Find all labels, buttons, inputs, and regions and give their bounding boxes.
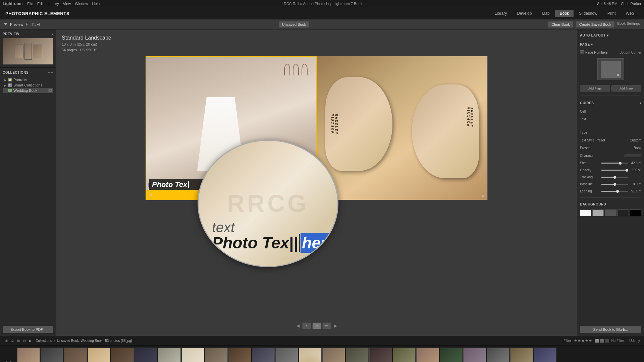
star-filter[interactable]: ★ ★ ★ ★ ★ [574, 339, 592, 343]
menu-help[interactable]: Help [92, 2, 100, 6]
tab-slideshow[interactable]: Slideshow [574, 10, 602, 17]
module-bar: PHOTOGRAPHIC ELEMENTS Library Develop Ma… [0, 7, 644, 19]
filmstrip-thumb-13[interactable] [299, 348, 322, 362]
filmstrip-thumb-9[interactable] [205, 348, 228, 362]
filmstrip-thumb-15[interactable] [346, 348, 369, 362]
menu-file[interactable]: File [27, 2, 33, 6]
tab-library[interactable]: Library [490, 10, 512, 17]
collection-item-portraits[interactable]: ▶ 📁 Portraits [3, 77, 53, 82]
filmstrip-thumb-3[interactable] [64, 348, 87, 362]
auto-layout-title[interactable]: Auto Layout ▾ [580, 34, 608, 37]
character-swatch[interactable] [625, 155, 641, 157]
status-icon-1[interactable]: ① [4, 339, 9, 343]
filmstrip-thumb-10[interactable] [228, 348, 251, 362]
leading-thumb[interactable] [616, 190, 619, 193]
menu-edit[interactable]: Edit [37, 2, 44, 6]
star-4[interactable]: ★ [585, 339, 588, 343]
filmstrip-thumb-18[interactable] [416, 348, 439, 362]
view-single[interactable]: ▪ [302, 322, 311, 329]
filmstrip-thumb-4[interactable] [88, 348, 110, 362]
collections-minus[interactable]: − [48, 70, 50, 74]
filmstrip-thumb-21[interactable] [487, 348, 509, 362]
cell-row: Cell [580, 109, 641, 114]
filmstrip-ctrl-1[interactable]: ◀ [3, 360, 8, 362]
clear-book-btn[interactable]: Clear Book [548, 21, 573, 27]
bg-btn-4[interactable] [618, 209, 629, 216]
filmstrip-thumb-1[interactable] [17, 348, 40, 362]
bg-btn-2[interactable] [592, 209, 604, 216]
status-icon-3[interactable]: ⊞ [16, 339, 21, 343]
filmstrip-thumb-22[interactable] [510, 348, 533, 362]
tab-web[interactable]: Web [621, 10, 639, 17]
menu-library[interactable]: Library [48, 2, 59, 6]
collections-plus[interactable]: + [51, 70, 53, 74]
mag-text-row: Photo Tex || here [212, 233, 337, 253]
send-btn[interactable]: Send Book to Blurb... [580, 326, 641, 333]
tracking-slider[interactable] [601, 177, 628, 178]
tab-book[interactable]: Book [555, 10, 574, 17]
menu-view[interactable]: View [63, 2, 71, 6]
status-icon-5[interactable]: ▶ [28, 339, 33, 343]
size-slider[interactable] [601, 163, 628, 164]
book-dimensions: 10 x 8 in (25 x 20 cm) [62, 42, 572, 47]
baseline-thumb[interactable] [613, 183, 616, 186]
toolbar-right: Clear Book Create Saved Book Book Settin… [548, 21, 640, 27]
filmstrip-thumb-11[interactable] [252, 348, 275, 362]
collections-section: Collections − + ▶ 📁 Portraits ▶ 🔍 Smart … [0, 68, 56, 323]
filmstrip-thumb-8[interactable] [181, 348, 204, 362]
tracking-thumb[interactable] [613, 176, 616, 179]
tab-map[interactable]: Map [537, 10, 554, 17]
filmstrip-thumb-7[interactable] [158, 348, 181, 362]
view-spread[interactable]: ▪▪ [312, 322, 321, 329]
right-page[interactable]: BADGLEYMISCHKA BADGLEYMISCHKA 5 [317, 56, 488, 200]
page-number-right: 5 [482, 193, 484, 198]
filmstrip-thumb-23[interactable] [534, 348, 556, 362]
filmstrip-thumb-2[interactable] [41, 348, 63, 362]
panel-toggle-icon[interactable] [4, 23, 7, 25]
add-page-btn[interactable]: Add Page [580, 85, 610, 92]
flag-reject[interactable] [605, 339, 609, 343]
bg-btn-1[interactable] [580, 209, 591, 216]
leading-slider[interactable] [601, 191, 628, 192]
filmstrip-thumb-12[interactable] [275, 348, 298, 362]
filmstrip-thumb-17[interactable] [393, 348, 416, 362]
page-title-r[interactable]: Page ▾ [580, 43, 593, 46]
collection-item-wedding[interactable]: ▪ Wedding Book 53 [3, 88, 53, 93]
tab-print[interactable]: Print [603, 10, 621, 17]
filmstrip-thumb-14[interactable] [322, 348, 345, 362]
filmstrip-thumb-5[interactable] [111, 348, 134, 362]
opacity-thumb[interactable] [626, 169, 628, 172]
mag-cursor [299, 234, 300, 252]
star-2[interactable]: ★ [578, 339, 581, 343]
export-btn[interactable]: Export Book to PDF... [3, 326, 53, 333]
star-3[interactable]: ★ [581, 339, 585, 343]
flag-neutral[interactable] [600, 339, 604, 343]
filmstrip-thumb-6[interactable] [135, 348, 157, 362]
size-thumb[interactable] [619, 162, 622, 165]
star-5[interactable]: ★ [589, 339, 592, 343]
canvas-next[interactable]: ▶ [332, 323, 338, 329]
bg-btn-3[interactable] [605, 209, 616, 216]
filmstrip-thumb-20[interactable] [463, 348, 486, 362]
filmstrip-thumb-19[interactable] [440, 348, 463, 362]
collection-item-smart[interactable]: ▶ 🔍 Smart Collections [3, 82, 53, 88]
filmstrip-thumb-16[interactable] [369, 348, 392, 362]
filmstrip-ctrl-2[interactable]: ▶ [9, 360, 14, 362]
canvas-prev[interactable]: ◀ [295, 323, 301, 329]
status-icon-2[interactable]: ② [10, 339, 15, 343]
status-icon-4[interactable]: ⊟ [22, 339, 27, 343]
opacity-slider[interactable] [601, 170, 628, 171]
flag-pick[interactable] [595, 339, 599, 343]
star-1[interactable]: ★ [574, 339, 577, 343]
unsaved-book-tab[interactable]: Unsaved Book [279, 21, 310, 27]
menu-window[interactable]: Window [75, 2, 88, 6]
create-saved-btn[interactable]: Create Saved Book [576, 21, 614, 27]
view-multi[interactable]: ▪▪▪ [322, 322, 331, 329]
tab-develop[interactable]: Develop [512, 10, 536, 17]
collections-title: Collections [3, 71, 29, 74]
preview-ctrl-1[interactable]: ▾ [52, 33, 53, 36]
bg-btn-5[interactable] [630, 209, 641, 216]
page-numbers-checkbox[interactable]: ✓ [580, 50, 584, 54]
baseline-slider[interactable] [601, 184, 628, 185]
add-blank-btn[interactable]: Add Blank [611, 85, 642, 92]
